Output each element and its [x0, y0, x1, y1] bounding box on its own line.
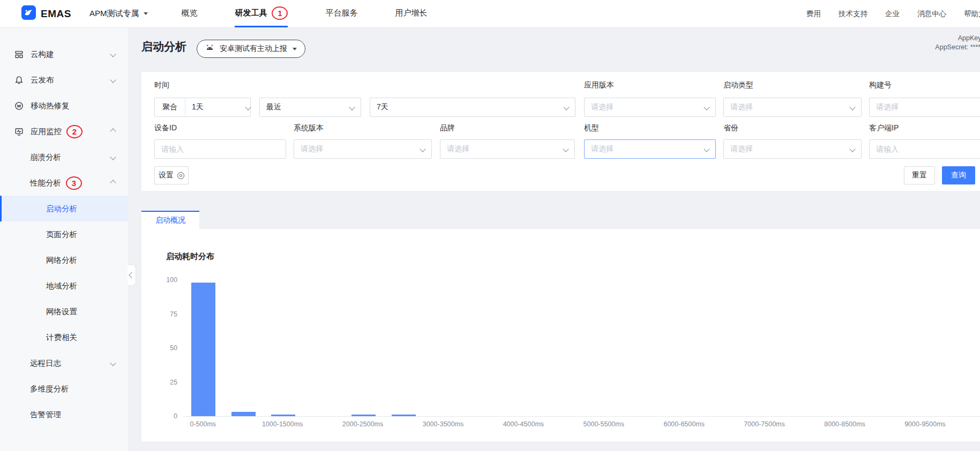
client-ip-input[interactable]	[869, 139, 980, 159]
hotfix-icon	[14, 101, 24, 111]
topbar-utility-nav: 费用技术支持企业消息中心帮助文档	[806, 0, 980, 27]
gear-icon	[177, 172, 184, 179]
settings-button[interactable]: 设置	[154, 166, 189, 184]
sidebar-item-页面分析[interactable]: 页面分析	[0, 221, 128, 247]
sidebar-item-启动分析[interactable]: 启动分析	[0, 196, 128, 221]
topbar-util-item-3[interactable]: 企业	[885, 9, 900, 19]
app-version-filter-label: 应用版本	[584, 80, 614, 90]
top-nav-item-3[interactable]: 平台服务	[325, 0, 357, 27]
topbar-util-item-2[interactable]: 技术支持	[839, 9, 867, 19]
sidebar-item-label: 启动分析	[46, 204, 77, 214]
x-axis-tick-label	[222, 420, 261, 428]
select-placeholder: 请选择	[301, 144, 323, 154]
x-axis-tick-label	[705, 420, 744, 428]
app-version-select[interactable]: 请选择	[584, 98, 716, 117]
cloud-build-icon	[14, 49, 24, 60]
y-axis-tick-label: 75	[170, 310, 177, 318]
chart-bucket	[384, 280, 424, 416]
os-version-filter-label: 系统版本	[294, 123, 324, 133]
time-filter-label: 时间	[154, 80, 169, 90]
x-axis-tick-label	[544, 420, 583, 428]
sidebar-item-云构建[interactable]: 云构建	[0, 41, 128, 67]
caret-down-icon	[293, 48, 297, 50]
top-nav-item-2[interactable]: 研发工具1	[235, 0, 288, 27]
sidebar-item-label: 网络分析	[46, 255, 77, 265]
tab-label: 启动概况	[155, 216, 185, 225]
main-content: 启动分析 安卓测试有主动上报 AppKey: AppSecret: ***** …	[128, 27, 980, 451]
aggregate-value: 1天	[185, 102, 241, 112]
model-select[interactable]: 请选择	[584, 139, 716, 159]
x-axis-tick-label: 7000-7500ms	[744, 420, 784, 428]
aggregate-select[interactable]: 聚合 1天	[154, 98, 251, 117]
topbar-util-item-5[interactable]: 帮助文档	[964, 9, 980, 19]
x-axis-tick-label	[303, 420, 342, 428]
chevron-down-icon	[349, 104, 355, 110]
sidebar-item-计费相关[interactable]: 计费相关	[0, 324, 128, 350]
appsecret-label: AppSecret: *****	[935, 43, 980, 52]
filter-panel: 时间 应用版本 启动类型 构建号 聚合 1天 最近 7天 请选择	[141, 72, 980, 191]
topbar: EMAS APM测试专属 概览研发工具1平台服务用户增长 费用技术支持企业消息中…	[0, 0, 980, 28]
launch-type-select[interactable]: 请选择	[723, 98, 862, 117]
sidebar-item-应用监控[interactable]: 应用监控2	[0, 119, 128, 144]
time-range-select[interactable]: 7天	[370, 98, 575, 117]
sidebar-item-告警管理[interactable]: 告警管理	[0, 402, 128, 427]
build-no-select[interactable]: 请选择	[869, 98, 980, 117]
sidebar-item-崩溃分析[interactable]: 崩溃分析	[0, 144, 128, 170]
chart-bucket	[945, 280, 980, 416]
sidebar-item-多维度分析[interactable]: 多维度分析	[0, 376, 128, 402]
x-axis-tick-label: 1000-1500ms	[262, 420, 303, 428]
sidebar-item-网络设置[interactable]: 网络设置	[0, 299, 128, 324]
annotation-badge: 3	[66, 176, 82, 190]
sidebar-item-云发布[interactable]: 云发布	[0, 67, 128, 93]
chart-bucket	[264, 280, 304, 416]
province-filter-label: 省份	[723, 123, 738, 133]
chevron-down-icon	[110, 360, 116, 366]
emas-logo[interactable]: EMAS	[21, 5, 71, 22]
select-placeholder: 请选择	[591, 144, 614, 154]
select-placeholder: 请选择	[591, 102, 614, 112]
sidebar-item-远程日志[interactable]: 远程日志	[0, 350, 128, 376]
x-axis-tick-label: 8000-8500ms	[824, 420, 865, 428]
emas-console: EMAS APM测试专属 概览研发工具1平台服务用户增长 费用技术支持企业消息中…	[0, 0, 980, 451]
province-select[interactable]: 请选择	[723, 139, 862, 159]
chart-bucket	[784, 280, 825, 416]
query-button[interactable]: 查询	[942, 166, 975, 184]
sidebar-item-移动热修复[interactable]: 移动热修复	[0, 93, 128, 119]
tab-launch-overview[interactable]: 启动概况	[141, 211, 199, 229]
top-nav-item-1[interactable]: 概览	[181, 0, 197, 27]
os-version-select[interactable]: 请选择	[294, 139, 432, 159]
app-selector-label: 安卓测试有主动上报	[220, 44, 287, 54]
sidebar-collapse-handle[interactable]	[128, 264, 136, 286]
chart-bucket	[183, 280, 223, 416]
reset-button[interactable]: 重置	[904, 166, 935, 184]
x-axis-tick-label: 3000-3500ms	[423, 420, 463, 428]
aggregate-addon-label: 聚合	[155, 98, 185, 116]
brand-select[interactable]: 请选择	[440, 139, 575, 159]
chevron-down-icon	[849, 104, 855, 110]
sidebar-item-性能分析[interactable]: 性能分析3	[0, 170, 128, 196]
launch-duration-chart: 0-500ms1000-1500ms2000-2500ms3000-3500ms…	[183, 280, 980, 417]
top-nav: 概览研发工具1平台服务用户增长	[181, 0, 465, 27]
workspace-dropdown[interactable]: APM测试专属	[89, 9, 148, 19]
topbar-util-item-4[interactable]: 消息中心	[917, 9, 946, 19]
sidebar-item-网络分析[interactable]: 网络分析	[0, 247, 128, 273]
app-selector-dropdown[interactable]: 安卓测试有主动上报	[197, 40, 305, 58]
sidebar-item-地域分析[interactable]: 地域分析	[0, 273, 128, 299]
chevron-down-icon	[110, 77, 116, 83]
appkey-label: AppKey:	[935, 34, 980, 43]
sidebar-item-label: 云构建	[31, 49, 54, 60]
x-axis-tick-label	[865, 420, 904, 428]
top-nav-item-4[interactable]: 用户增长	[395, 0, 427, 27]
y-axis-tick-label: 25	[170, 379, 177, 386]
x-axis-tick-label	[946, 420, 980, 428]
device-id-input[interactable]	[154, 139, 286, 159]
x-axis-tick-label	[785, 420, 824, 428]
chevron-down-icon	[420, 146, 425, 152]
annotation-badge: 2	[66, 125, 83, 138]
topbar-util-item-1[interactable]: 费用	[806, 9, 821, 19]
recent-select[interactable]: 最近	[259, 98, 361, 117]
chevron-down-icon	[110, 51, 116, 57]
x-axis-tick-label: 2000-2500ms	[342, 420, 383, 428]
chart-bar	[351, 415, 376, 416]
chart-bar	[392, 415, 416, 416]
